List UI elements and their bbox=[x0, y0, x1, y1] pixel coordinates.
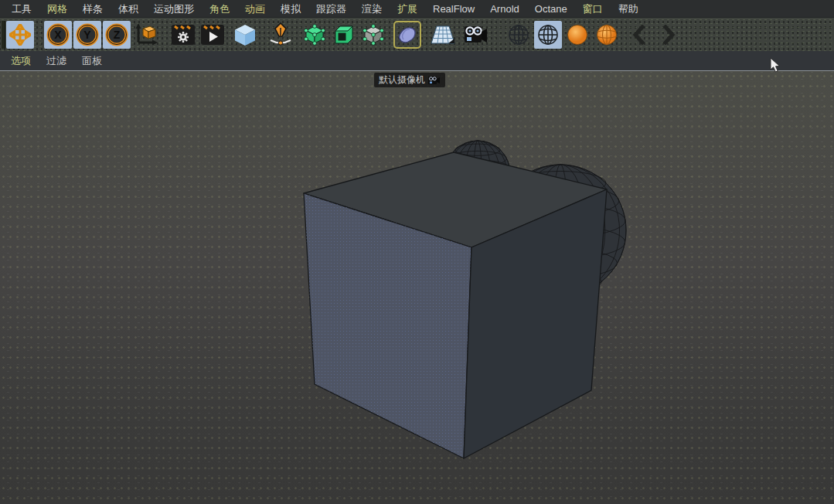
camera-label[interactable]: 默认摄像机 bbox=[374, 73, 445, 87]
wire-globe-button[interactable] bbox=[505, 21, 533, 49]
menu-tracker[interactable]: 跟踪器 bbox=[308, 0, 354, 18]
camera-label-icon bbox=[428, 76, 441, 85]
move-tool-button[interactable] bbox=[6, 21, 34, 49]
svg-text:Y: Y bbox=[83, 29, 91, 41]
prev-button[interactable] bbox=[625, 21, 653, 49]
metaball-icon bbox=[395, 22, 420, 47]
camera-button[interactable] bbox=[461, 21, 489, 49]
viewport-menu-panel[interactable]: 面板 bbox=[74, 51, 110, 70]
point-cage-button[interactable] bbox=[359, 21, 387, 49]
cube-primitive-icon bbox=[232, 22, 258, 48]
camera-label-text: 默认摄像机 bbox=[379, 73, 425, 87]
viewport-menu-options[interactable]: 选项 bbox=[3, 51, 39, 70]
menu-tools[interactable]: 工具 bbox=[4, 0, 39, 18]
menu-octane[interactable]: Octane bbox=[527, 0, 575, 18]
lock-z-button[interactable]: Z bbox=[103, 21, 131, 49]
viewport-3d[interactable]: 默认摄像机 bbox=[0, 71, 834, 503]
coordinate-system-icon bbox=[133, 22, 159, 48]
gear-icon bbox=[178, 32, 189, 43]
shaded-wire-sphere-icon bbox=[594, 22, 619, 47]
menu-spline[interactable]: 样条 bbox=[75, 0, 111, 18]
modeling-group bbox=[301, 21, 387, 49]
lock-x-axis-icon: X bbox=[46, 23, 70, 46]
chevron-right-icon bbox=[659, 25, 679, 45]
lock-y-button[interactable]: Y bbox=[73, 21, 101, 49]
lock-y-axis-icon: Y bbox=[76, 23, 99, 46]
extrude-button[interactable] bbox=[330, 21, 358, 49]
viewport-menu-filter[interactable]: 过滤 bbox=[39, 51, 74, 70]
toolbar: X Y Z bbox=[0, 18, 834, 51]
clipped-edge-icon bbox=[2, 21, 5, 49]
shaded-sphere-icon bbox=[565, 22, 590, 47]
render-view-icon bbox=[199, 22, 226, 48]
scene-canvas bbox=[0, 71, 834, 503]
subdivision-surface-button[interactable] bbox=[301, 21, 328, 49]
next-button[interactable] bbox=[655, 21, 683, 49]
spline-pen-button[interactable] bbox=[267, 21, 294, 49]
floor-grid-button[interactable] bbox=[429, 21, 457, 49]
application-window: 工具 网格 样条 体积 运动图形 角色 动画 模拟 跟踪器 渲染 扩展 Real… bbox=[0, 0, 834, 504]
menu-volume[interactable]: 体积 bbox=[111, 0, 146, 18]
wire-globe-selected-button[interactable] bbox=[534, 21, 562, 49]
wire-globe-selected-icon bbox=[536, 22, 560, 47]
spline-pen-icon bbox=[267, 22, 294, 48]
subdivision-surface-icon bbox=[301, 22, 328, 48]
menu-simulate[interactable]: 模拟 bbox=[273, 0, 308, 18]
cube-primitive-button[interactable] bbox=[231, 21, 259, 49]
wire-globe-icon bbox=[506, 22, 531, 47]
svg-text:Z: Z bbox=[114, 29, 121, 41]
menu-realflow[interactable]: RealFlow bbox=[425, 0, 482, 18]
render-view-button[interactable] bbox=[199, 21, 226, 49]
floor-grid-icon bbox=[430, 22, 456, 48]
menu-help[interactable]: 帮助 bbox=[611, 0, 646, 18]
display-mode-group bbox=[505, 21, 621, 49]
extrude-icon bbox=[331, 22, 357, 48]
menu-render[interactable]: 渲染 bbox=[354, 0, 390, 18]
menu-mesh[interactable]: 网格 bbox=[39, 0, 75, 18]
camera-icon bbox=[462, 22, 488, 48]
lock-z-axis-icon: Z bbox=[105, 23, 128, 46]
menu-mograph[interactable]: 运动图形 bbox=[146, 0, 202, 18]
history-group bbox=[625, 21, 683, 49]
svg-text:X: X bbox=[54, 29, 62, 41]
menu-window[interactable]: 窗口 bbox=[575, 0, 611, 18]
menu-arnold[interactable]: Arnold bbox=[482, 0, 527, 18]
menu-character[interactable]: 角色 bbox=[202, 0, 237, 18]
lock-x-button[interactable]: X bbox=[44, 21, 72, 49]
menu-animation[interactable]: 动画 bbox=[237, 0, 273, 18]
chevron-left-icon bbox=[629, 25, 649, 45]
render-settings-icon bbox=[170, 22, 196, 48]
coordinate-system-button[interactable] bbox=[132, 21, 160, 49]
move-tool-icon bbox=[9, 24, 31, 46]
point-cage-icon bbox=[360, 22, 386, 48]
shaded-sphere-button[interactable] bbox=[563, 21, 591, 49]
viewport-menubar: 选项 过滤 面板 bbox=[0, 51, 834, 71]
main-menubar: 工具 网格 样条 体积 运动图形 角色 动画 模拟 跟踪器 渲染 扩展 Real… bbox=[0, 0, 834, 18]
render-group bbox=[169, 21, 226, 49]
axis-lock-group: X Y Z bbox=[44, 21, 160, 49]
menu-extensions[interactable]: 扩展 bbox=[390, 0, 425, 18]
metaball-button[interactable] bbox=[393, 21, 421, 49]
shaded-wire-sphere-button[interactable] bbox=[593, 21, 621, 49]
render-settings-button[interactable] bbox=[169, 21, 197, 49]
